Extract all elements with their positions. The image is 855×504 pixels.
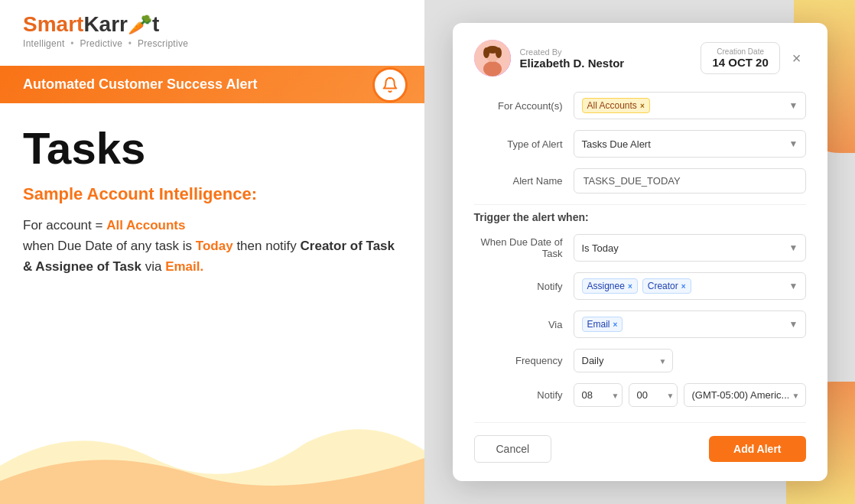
wave-decoration (0, 405, 424, 504)
svg-point-2 (483, 61, 502, 76)
email-tag-remove[interactable]: × (613, 320, 618, 329)
minute-select[interactable]: 00 (629, 383, 678, 407)
hour-select[interactable]: 08 (574, 383, 623, 407)
logo-karrit: Karr (83, 14, 128, 35)
email-highlight: Email. (165, 259, 203, 274)
avatar-image (474, 40, 511, 76)
all-accounts-tag-text: All Accounts (587, 100, 637, 111)
type-of-alert-control[interactable]: Tasks Due Alert ▼ (574, 130, 806, 158)
modal-header: Created By Elizabeth D. Nestor Creation … (474, 40, 806, 76)
modal-footer: Cancel Add Alert (474, 422, 806, 463)
creation-date-label: Creation Date (712, 47, 768, 56)
type-of-alert-select[interactable]: Tasks Due Alert (574, 130, 806, 158)
creator-name: Elizabeth D. Nestor (520, 57, 625, 70)
all-accounts-tag-remove[interactable]: × (640, 102, 645, 110)
time-row: 08 ▼ 00 ▼ (GMT-05:00) Americ... (574, 383, 806, 407)
alert-name-label: Alert Name (474, 175, 574, 187)
frequency-select[interactable]: Daily Weekly Monthly (574, 349, 673, 372)
logo-smart: Smart (23, 14, 83, 35)
svg-point-5 (483, 47, 489, 58)
page-title: Tasks (23, 126, 401, 171)
notify-time-row: Notify 08 ▼ 00 ▼ (474, 383, 806, 407)
when-due-row: When Due Date of Task Is Today ▼ (474, 234, 806, 262)
sample-heading: Sample Account Intelligence: (23, 184, 401, 204)
creator-tag[interactable]: Creator × (642, 278, 691, 294)
cancel-button[interactable]: Cancel (474, 435, 552, 463)
via-select[interactable]: Email × (574, 311, 806, 338)
assignee-tag-text: Assignee (587, 281, 625, 291)
notify-label: Notify (474, 281, 574, 292)
modal-card: Created By Elizabeth D. Nestor Creation … (453, 23, 827, 481)
alert-name-row: Alert Name (474, 168, 806, 193)
add-alert-button[interactable]: Add Alert (709, 436, 805, 462)
close-button[interactable]: × (788, 49, 806, 67)
orange-banner: Automated Customer Success Alert (0, 66, 424, 103)
when-due-control[interactable]: Is Today ▼ (574, 234, 806, 262)
creator-text: Created By Elizabeth D. Nestor (520, 47, 625, 70)
via-label: Via (474, 319, 574, 330)
svg-point-6 (496, 47, 502, 58)
email-tag-text: Email (587, 319, 610, 330)
logo: SmartKarr🥕t (23, 14, 401, 35)
tagline: Intelligent • Predictive • Prescriptive (23, 38, 401, 49)
frequency-row: Frequency Daily Weekly Monthly ▼ (474, 349, 806, 372)
desc-via: via (141, 259, 165, 274)
for-accounts-select[interactable]: All Accounts × (574, 92, 806, 119)
for-accounts-label: For Account(s) (474, 100, 574, 112)
all-accounts-tag[interactable]: All Accounts × (582, 98, 650, 113)
type-of-alert-value: Tasks Due Alert (582, 138, 651, 150)
assignee-tag[interactable]: Assignee × (582, 278, 638, 294)
creation-date-value: 14 OCT 20 (712, 56, 768, 69)
today-highlight: Today (196, 239, 233, 253)
avatar (474, 40, 511, 76)
notify-control[interactable]: Assignee × Creator × ▼ (574, 272, 806, 300)
for-accounts-control[interactable]: All Accounts × ▼ (574, 92, 806, 119)
logo-t: t (152, 14, 159, 35)
notify-row: Notify Assignee × Creator × ▼ (474, 272, 806, 300)
header: SmartKarr🥕t Intelligent • Predictive • P… (0, 0, 424, 57)
creator-tag-text: Creator (648, 281, 678, 291)
all-accounts-highlight: All Accounts (106, 218, 185, 232)
notify-select[interactable]: Assignee × Creator × (574, 272, 806, 300)
bell-circle (372, 67, 408, 102)
timezone-select[interactable]: (GMT-05:00) Americ... (684, 383, 806, 407)
for-accounts-row: For Account(s) All Accounts × ▼ (474, 92, 806, 119)
frequency-label: Frequency (474, 355, 574, 366)
creation-date-box: Creation Date 14 OCT 20 (701, 42, 779, 74)
when-due-value: Is Today (582, 242, 619, 254)
when-due-label: When Due Date of Task (474, 236, 574, 259)
alert-name-control[interactable] (574, 168, 806, 193)
via-control[interactable]: Email × ▼ (574, 311, 806, 338)
bell-icon (382, 76, 398, 93)
when-due-select[interactable]: Is Today (574, 234, 806, 262)
alert-name-input[interactable] (574, 168, 806, 193)
desc-for-account: For account = (23, 218, 106, 232)
desc-then: then notify (233, 239, 301, 253)
trigger-section-title: Trigger the alert when: (474, 204, 806, 223)
description: For account = All Accounts when Due Date… (23, 215, 401, 278)
left-panel: SmartKarr🥕t Intelligent • Predictive • P… (0, 0, 424, 504)
creator-tag-remove[interactable]: × (681, 282, 686, 291)
carrot-icon: 🥕 (128, 15, 152, 34)
notify-time-control[interactable]: 08 ▼ 00 ▼ (GMT-05:00) Americ... (574, 383, 806, 407)
via-row: Via Email × ▼ (474, 311, 806, 338)
notify-time-label: Notify (474, 389, 574, 401)
right-overlay: Created By Elizabeth D. Nestor Creation … (424, 0, 855, 504)
assignee-tag-remove[interactable]: × (628, 282, 632, 291)
type-of-alert-label: Type of Alert (474, 138, 574, 150)
banner-text: Automated Customer Success Alert (23, 76, 257, 93)
main-content: Tasks Sample Account Intelligence: For a… (0, 103, 424, 278)
creator-info: Created By Elizabeth D. Nestor (474, 40, 625, 76)
creator-label: Created By (520, 47, 625, 57)
email-tag[interactable]: Email × (582, 317, 623, 332)
type-of-alert-row: Type of Alert Tasks Due Alert ▼ (474, 130, 806, 158)
frequency-control[interactable]: Daily Weekly Monthly ▼ (574, 349, 806, 372)
desc-when: when Due Date of any task is (23, 239, 192, 253)
